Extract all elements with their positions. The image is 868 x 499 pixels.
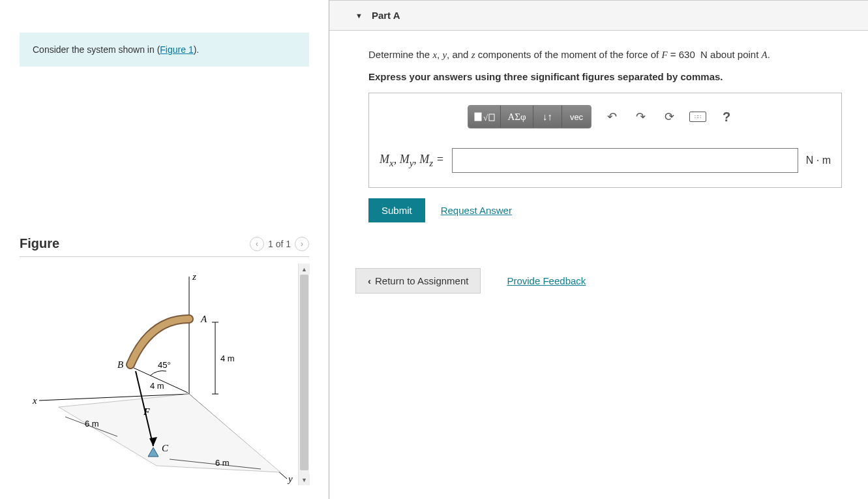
figure-section: Figure ‹ 1 of 1 › z x y	[20, 236, 309, 485]
axis-x-label: x	[32, 395, 37, 406]
svg-text:√: √	[483, 113, 488, 123]
q-and: and	[452, 49, 471, 60]
point-C-label: C	[162, 443, 169, 453]
dim-6m-x: 6 m	[85, 419, 99, 429]
figure-page-label: 1 of 1	[268, 239, 291, 249]
keyboard-icon: ∷∷	[689, 112, 706, 122]
dim-4m-radius: 4 m	[150, 381, 164, 391]
question-text: Determine the x, y, and z components of …	[368, 49, 842, 61]
axis-z-label: z	[192, 271, 196, 282]
answer-input[interactable]	[452, 148, 798, 173]
keyboard-button[interactable]: ∷∷	[689, 108, 706, 125]
submit-button[interactable]: Submit	[368, 198, 425, 222]
scroll-down-button[interactable]: ▼	[299, 474, 310, 485]
point-A-label: A	[200, 314, 207, 324]
input-row: Mx, My, Mz = N · m	[380, 148, 831, 173]
subsup-button[interactable]: ↓↑	[533, 106, 562, 128]
scroll-up-button[interactable]: ▲	[299, 264, 310, 275]
axis-y-label: y	[287, 474, 293, 484]
left-panel: Consider the system shown in (Figure 1).…	[0, 0, 329, 499]
q-period: .	[768, 49, 770, 60]
submit-row: Submit Request Answer	[368, 198, 842, 222]
collapse-icon: ▼	[355, 12, 363, 20]
footer-row: ‹ Return to Assignment Provide Feedback	[329, 268, 868, 294]
q-post: about point	[708, 49, 762, 60]
figure-header: Figure ‹ 1 of 1 ›	[20, 236, 309, 257]
figure-nav: ‹ 1 of 1 ›	[250, 237, 309, 251]
figure-image: z x y A B 4 m 45°	[20, 264, 298, 485]
unit-label: N · m	[806, 155, 831, 166]
point-B-label: B	[117, 359, 123, 370]
undo-button[interactable]: ↶	[603, 108, 620, 125]
svg-rect-15	[489, 114, 494, 121]
chevron-left-icon: ‹	[368, 275, 371, 286]
reset-button[interactable]: ⟳	[661, 108, 678, 125]
help-button[interactable]: ?	[718, 108, 735, 125]
equation-toolbar: √ ΑΣφ ↓↑ vec ↶ ↷ ⟳ ∷∷ ?	[468, 105, 831, 129]
answer-box: √ ΑΣφ ↓↑ vec ↶ ↷ ⟳ ∷∷ ? Mx, My, Mz = N ·…	[368, 93, 842, 188]
tool-group-edit: ↶ ↷ ⟳ ∷∷ ?	[603, 108, 735, 125]
return-button[interactable]: ‹ Return to Assignment	[355, 268, 481, 294]
q-mid: components of the moment of the force of	[475, 49, 661, 60]
greek-button[interactable]: ΑΣφ	[501, 106, 533, 128]
q-A: A	[762, 50, 768, 60]
force-F-label: F	[143, 406, 150, 417]
provide-feedback-link[interactable]: Provide Feedback	[507, 275, 586, 286]
part-body: Determine the x, y, and z components of …	[329, 31, 868, 235]
request-answer-link[interactable]: Request Answer	[441, 205, 512, 216]
instruction-box: Consider the system shown in (Figure 1).	[20, 33, 309, 67]
scroll-thumb[interactable]	[300, 275, 308, 470]
variable-label: Mx, My, Mz =	[380, 153, 444, 169]
redo-button[interactable]: ↷	[632, 108, 649, 125]
q-pre: Determine the	[368, 49, 432, 60]
dim-6m-y: 6 m	[215, 458, 230, 468]
angle-45: 45°	[158, 360, 171, 370]
tool-group-main: √ ΑΣφ ↓↑ vec	[468, 105, 591, 129]
vec-button[interactable]: vec	[562, 106, 591, 128]
figure-title: Figure	[20, 236, 59, 251]
dim-4m-height: 4 m	[220, 354, 235, 363]
figure-link[interactable]: Figure 1	[160, 44, 193, 55]
part-header[interactable]: ▼ Part A	[329, 1, 868, 31]
svg-marker-3	[59, 394, 280, 472]
return-label: Return to Assignment	[375, 275, 468, 286]
part-title: Part A	[372, 10, 400, 21]
figure-body: z x y A B 4 m 45°	[20, 264, 309, 485]
q-var-x: x	[432, 50, 437, 60]
svg-rect-13	[475, 113, 481, 121]
q-var-y: y	[442, 50, 447, 60]
q-F: F	[661, 50, 667, 60]
right-panel: ▼ Part A Determine the x, y, and z compo…	[329, 0, 868, 499]
figure-scrollbar[interactable]: ▲ ▼	[298, 264, 309, 485]
instruction-prefix: Consider the system shown in (	[33, 44, 160, 55]
figure-prev-button[interactable]: ‹	[250, 237, 264, 251]
templates-button[interactable]: √	[468, 106, 501, 128]
answer-format-instruction: Express your answers using three signifi…	[368, 71, 842, 82]
figure-next-button[interactable]: ›	[295, 237, 309, 251]
instruction-suffix: ).	[194, 44, 200, 55]
